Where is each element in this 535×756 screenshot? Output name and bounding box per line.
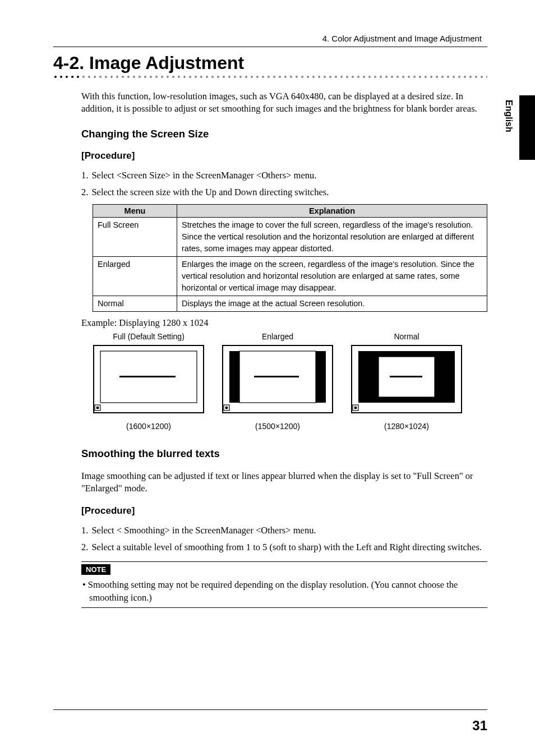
procedure-heading-2: [Procedure] xyxy=(81,505,487,517)
cell-expl: Stretches the image to cover the full sc… xyxy=(177,218,487,257)
cell-expl: Displays the image at the actual Screen … xyxy=(177,296,487,312)
svg-rect-2 xyxy=(119,376,176,377)
changing-step-1: 1. Select <Screen Size> in the ScreenMan… xyxy=(81,169,487,182)
header-rule xyxy=(53,47,487,47)
smoothing-step-1: 1. Select < Smoothing> in the ScreenMana… xyxy=(81,524,487,537)
smoothing-description: Image smoothing can be adjusted if text … xyxy=(81,470,487,495)
note-block: NOTE •Smoothing setting may not be requi… xyxy=(81,561,487,608)
diagram-resolution: (1280×1024) xyxy=(350,422,463,431)
table-row: Normal Displays the image at the actual … xyxy=(93,296,487,312)
footer-rule xyxy=(53,709,487,710)
svg-point-11 xyxy=(225,407,228,409)
diagram-label: Enlarged xyxy=(222,332,334,341)
bullet-icon: • xyxy=(82,579,86,590)
diagram-resolution: (1500×1200) xyxy=(222,422,334,431)
intro-paragraph: With this function, low-resolution image… xyxy=(81,90,487,116)
svg-point-17 xyxy=(354,407,357,409)
diagram-label: Full (Default Setting) xyxy=(93,332,205,341)
diagram-label: Normal xyxy=(350,332,463,341)
diagram-enlarged: Enlarged (1500×1200) xyxy=(222,332,334,431)
note-item: •Smoothing setting may not be required d… xyxy=(81,578,487,604)
step-number: 1. xyxy=(81,524,88,537)
cell-menu: Enlarged xyxy=(93,257,177,296)
table-row: Full Screen Stretches the image to cover… xyxy=(93,218,487,257)
diagram-resolution: (1600×1200) xyxy=(93,422,205,431)
diagram-full: Full (Default Setting) (1600×1200) xyxy=(93,332,205,431)
section-title: 4-2. Image Adjustment xyxy=(53,53,487,73)
th-menu: Menu xyxy=(93,205,177,218)
example-diagrams: Full (Default Setting) (1600×1200) Enlar… xyxy=(93,332,487,431)
changing-step-2: 2. Select the screen size with the Up an… xyxy=(81,186,487,199)
step-text: Select < Smoothing> in the ScreenManager… xyxy=(91,524,487,537)
monitor-enlarged-icon xyxy=(222,344,334,417)
th-explanation: Explanation xyxy=(177,205,487,218)
smoothing-step-2: 2. Select a suitable level of smoothing … xyxy=(81,541,487,554)
step-number: 2. xyxy=(81,186,88,199)
cell-expl: Enlarges the image on the screen, regard… xyxy=(177,257,487,296)
step-number: 1. xyxy=(81,169,88,182)
note-rule-top xyxy=(81,561,487,562)
page-number: 31 xyxy=(53,718,487,734)
step-number: 2. xyxy=(81,541,88,554)
note-text: Smoothing setting may not be required de… xyxy=(88,579,458,603)
monitor-normal-icon xyxy=(350,344,463,417)
monitor-full-icon xyxy=(93,344,205,417)
note-rule-bottom xyxy=(81,607,487,608)
example-caption: Example: Displaying 1280 x 1024 xyxy=(81,317,487,329)
procedure-heading-1: [Procedure] xyxy=(81,150,487,162)
smoothing-heading: Smoothing the blurred texts xyxy=(81,448,487,460)
svg-rect-6 xyxy=(229,351,239,403)
cell-menu: Full Screen xyxy=(93,218,177,257)
step-text: Select a suitable level of smoothing fro… xyxy=(91,541,487,554)
svg-rect-15 xyxy=(390,376,422,377)
table-row: Enlarged Enlarges the image on the scree… xyxy=(93,257,487,296)
svg-rect-7 xyxy=(316,351,326,403)
section-underline-dots xyxy=(53,76,487,81)
note-label: NOTE xyxy=(81,564,110,575)
changing-heading: Changing the Screen Size xyxy=(81,128,487,140)
step-text: Select <Screen Size> in the ScreenManage… xyxy=(91,169,487,182)
step-text: Select the screen size with the Up and D… xyxy=(91,186,487,199)
page-footer: 31 xyxy=(53,709,487,734)
diagram-normal: Normal (1280×1024) xyxy=(350,332,463,431)
screen-size-table: Menu Explanation Full Screen Stretches t… xyxy=(93,204,487,312)
cell-menu: Normal xyxy=(93,296,177,312)
svg-point-4 xyxy=(96,407,99,409)
chapter-header: 4. Color Adjustment and Image Adjustment xyxy=(53,34,487,43)
svg-rect-9 xyxy=(254,376,299,377)
